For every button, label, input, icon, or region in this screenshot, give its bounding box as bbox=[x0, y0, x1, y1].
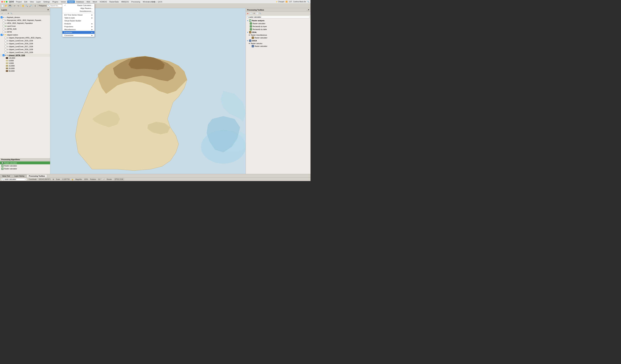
layer-clipped-hrsl[interactable]: ▦ clipped_Reprojected_HRSL_BGD_Rajsha... bbox=[0, 36, 50, 39]
layer-clipped-srtm[interactable]: ▼ ▦ clipped_SRTM_3106 bbox=[0, 54, 50, 57]
pt-group-saga-header[interactable]: ▼ S SAGA bbox=[246, 39, 310, 42]
close-button[interactable] bbox=[1, 1, 3, 3]
save-project-btn[interactable]: 💾 bbox=[8, 4, 12, 8]
pt-group-gdal-header[interactable]: ▼ G GDAL bbox=[246, 31, 310, 34]
tab-layer-styling[interactable]: Layer Styling bbox=[12, 174, 26, 177]
identify-btn[interactable]: ℹ bbox=[33, 4, 37, 8]
pt-subitem-raster-calc-saga[interactable]: S Raster calculator bbox=[246, 45, 310, 48]
menu-vector[interactable]: Vector bbox=[60, 0, 67, 3]
layer-srtm3106-check[interactable] bbox=[3, 28, 4, 30]
layer-clipped-group-check[interactable] bbox=[1, 34, 3, 36]
menu-mmqgis[interactable]: MMQGIS bbox=[120, 0, 130, 3]
minimize-button[interactable] bbox=[3, 1, 5, 3]
dd-projections[interactable]: Projections ▶ bbox=[62, 25, 94, 28]
pt-search-input[interactable] bbox=[249, 16, 309, 18]
layer-clipped-lc2018-check[interactable] bbox=[4, 43, 6, 45]
pt-search-box[interactable]: 🔍 bbox=[246, 16, 310, 18]
new-project-btn[interactable]: 📄 bbox=[1, 4, 4, 8]
dd-analysis[interactable]: Analysis ▶ bbox=[62, 22, 94, 25]
layer-clipped-srtm-check[interactable] bbox=[3, 54, 4, 56]
layer-clipped-rasters-group[interactable]: ▼ 📁 clipped rasters bbox=[0, 33, 50, 36]
menu-mesh[interactable]: Mesh bbox=[92, 0, 98, 3]
render-checkbox[interactable]: ✓ bbox=[104, 178, 105, 180]
menu-web[interactable]: Web bbox=[86, 0, 91, 3]
proc-item-3[interactable]: Raster calculator bbox=[0, 167, 50, 170]
dd-georeferencer[interactable]: Georeferencer... bbox=[62, 10, 94, 13]
layer-clipped-lc2018[interactable]: ▦ clipped_LandCover_2018_3106 bbox=[0, 42, 50, 45]
search-input[interactable] bbox=[50, 5, 63, 7]
open-project-btn[interactable]: 📂 bbox=[4, 4, 8, 8]
crs-label[interactable]: EPSG:3106 bbox=[114, 178, 124, 181]
pt-minimize-btn[interactable]: _ bbox=[307, 9, 308, 11]
layer-srtm[interactable]: ▦ SRTM bbox=[0, 31, 50, 33]
search-icon[interactable]: 🔍 bbox=[307, 1, 309, 3]
dd-conversion[interactable]: Conversion ▶ bbox=[62, 34, 94, 37]
statusbar-clear-icon[interactable]: ✕ bbox=[25, 179, 26, 180]
menu-plugins[interactable]: Plugins bbox=[51, 0, 59, 3]
menu-settings[interactable]: Settings bbox=[42, 0, 51, 3]
layer-clipped-lc2019[interactable]: ▦ clipped_LandCover_2019_3106 bbox=[0, 39, 50, 42]
statusbar-search[interactable]: 🔍 ✕ bbox=[1, 178, 27, 181]
menu-help[interactable]: Help bbox=[151, 0, 156, 3]
proc-item-2[interactable]: Raster calculator bbox=[0, 164, 50, 167]
dd-raster-calculator[interactable]: ✓ Raster Calculator... bbox=[62, 4, 94, 7]
remove-layer-btn[interactable]: - bbox=[4, 12, 7, 15]
layer-rajshahi-check[interactable] bbox=[1, 16, 3, 18]
layer-landcover-check[interactable] bbox=[3, 25, 4, 27]
expand-clipped-srtm[interactable]: ▼ bbox=[5, 55, 7, 56]
layer-rajshahi[interactable]: ▼ ▭ Rajshahi_division bbox=[0, 16, 50, 19]
menu-project[interactable]: Project bbox=[15, 0, 23, 3]
tab-value-tool[interactable]: Value Tool bbox=[0, 174, 12, 177]
expand-rajshahi[interactable]: ▼ bbox=[3, 17, 5, 18]
layer-landcover[interactable]: ▦ Land Cover bbox=[0, 25, 50, 28]
pt-options-btn[interactable]: 🔧 bbox=[259, 12, 262, 15]
pt-subgroup-raster-misc[interactable]: ▼ Raster miscellaneous bbox=[246, 34, 310, 36]
statusbar-search-input[interactable] bbox=[4, 178, 24, 180]
menu-database[interactable]: Database bbox=[75, 0, 85, 3]
filter-layers-btn[interactable]: 🔍 bbox=[10, 12, 13, 15]
pt-history-btn[interactable]: 🕐 bbox=[250, 12, 253, 15]
undo-btn[interactable]: ↩ bbox=[13, 4, 16, 8]
layer-srtm3106[interactable]: ▦ SRTM_3106 bbox=[0, 28, 50, 31]
menu-raster[interactable]: Raster bbox=[67, 0, 75, 3]
pt-models-btn[interactable]: ⚙ bbox=[253, 12, 256, 15]
dd-eo-time-series[interactable]: EO Time Series Viewer ▶ bbox=[62, 14, 94, 16]
layer-hrsl-bgd-check[interactable] bbox=[3, 22, 4, 24]
layer-clipped-lc2019-check[interactable] bbox=[4, 40, 6, 42]
layer-hrsl-bgd[interactable]: ▦ HRSL_BGD_Rajshahi_Population bbox=[0, 22, 50, 25]
pt-item-reclassify-table[interactable]: ≡ Reclassify by table bbox=[246, 28, 310, 31]
pt-item-reclassify-layer[interactable]: ≡ Reclassify by layer bbox=[246, 25, 310, 28]
menu-view[interactable]: View bbox=[29, 0, 35, 3]
add-layer-btn[interactable]: + bbox=[1, 12, 3, 15]
menu-processing[interactable]: Processing bbox=[130, 0, 141, 3]
layers-close-btn[interactable]: ✕ bbox=[47, 9, 49, 11]
zoom-in-btn[interactable]: 🔍 bbox=[25, 4, 29, 8]
expand-clipped[interactable]: ▼ bbox=[3, 34, 5, 36]
pt-subitem-raster-calc-gdal[interactable]: G Raster calculator bbox=[246, 36, 310, 39]
menu-window[interactable]: Window bbox=[142, 0, 150, 3]
layer-clipped-lc2015[interactable]: ▦ clipped_LandCover_2015_3106 bbox=[0, 51, 50, 54]
menu-edit[interactable]: Edit bbox=[23, 0, 28, 3]
dd-table-to-style[interactable]: Table to style ▶ bbox=[62, 16, 94, 19]
layer-clipped-lc2017-check[interactable] bbox=[4, 46, 6, 48]
layer-reproj-hrsl-check[interactable] bbox=[3, 19, 4, 21]
pt-scripts-btn[interactable]: 📄 bbox=[256, 12, 259, 15]
maximize-button[interactable] bbox=[6, 1, 7, 3]
open-layer-props-btn[interactable]: ⚙ bbox=[7, 12, 10, 15]
dd-extraction[interactable]: Extraction ▶ bbox=[62, 31, 94, 34]
menu-layer[interactable]: Layer bbox=[35, 0, 42, 3]
redo-btn[interactable]: ↪ bbox=[17, 4, 20, 8]
layer-clipped-lc2015-check[interactable] bbox=[4, 51, 6, 53]
proc-item-1[interactable]: ≡ Raster calculator bbox=[0, 161, 50, 164]
pt-group-raster-analysis-header[interactable]: ▼ 📊 Raster analysis bbox=[246, 19, 310, 22]
menu-hcmgis[interactable]: HCMGIS bbox=[99, 0, 108, 3]
pt-run-btn[interactable]: ▶ bbox=[246, 12, 249, 15]
zoom-out-btn[interactable]: 🔎 bbox=[29, 4, 32, 8]
pt-subgroup-raster-calculus[interactable]: ▼ Raster calculus bbox=[246, 42, 310, 45]
layer-clipped-lc2017[interactable]: ▦ clipped_LandCover_2017_3106 bbox=[0, 45, 50, 48]
pt-item-raster-calc[interactable]: ≡ Raster calculator bbox=[246, 22, 310, 25]
layer-clipped-lc2016-check[interactable] bbox=[4, 49, 6, 51]
layer-clipped-hrsl-check[interactable] bbox=[4, 37, 6, 39]
layer-reproj-hrsl[interactable]: ▦ Reprojected_HRSL_BGD_Rajshahi_Populati… bbox=[0, 19, 50, 22]
layer-clipped-lc2016[interactable]: ▦ clipped_LandCover_2016_3106 bbox=[0, 48, 50, 51]
